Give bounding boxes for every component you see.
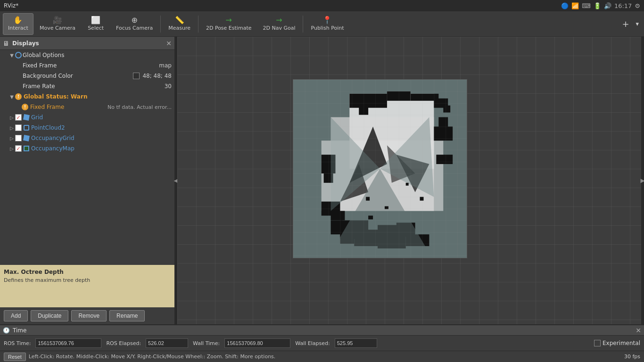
add-toolbar-btn[interactable]: +: [619, 18, 631, 30]
fixed-frame-item[interactable]: Fixed Frame map: [0, 60, 174, 71]
map-svg: [293, 80, 467, 258]
occupancy-grid-icon: [23, 135, 30, 141]
occupancy-grid-checkbox[interactable]: [15, 135, 22, 141]
experimental-checkbox[interactable]: [594, 340, 601, 346]
time-content: ROS Time: ROS Elapsed: Wall Time: Wall E…: [0, 336, 644, 351]
2d-pose-label: 2D Pose Estimate: [206, 25, 252, 31]
left-panel: 🖥 Displays ✕ ▼ Global Options Fixed Fram…: [0, 37, 174, 324]
2d-pose-button[interactable]: → 2D Pose Estimate: [201, 13, 257, 35]
remove-button[interactable]: Remove: [71, 310, 107, 321]
frame-rate-value: 30: [165, 83, 174, 90]
info-description: Defines the maximum tree depth: [4, 277, 171, 283]
occupancy-grid-arrow: ▷: [8, 136, 15, 141]
ff-status-value: No tf data. Actual error...: [107, 104, 174, 110]
time-close-button[interactable]: ✕: [636, 327, 641, 334]
settings-icon[interactable]: ⚙: [635, 2, 640, 9]
rename-button[interactable]: Rename: [109, 310, 145, 321]
network-icon: 🔵: [561, 2, 569, 9]
move-camera-button[interactable]: 🎥 Move Camera: [34, 13, 81, 35]
experimental-area: Experimental: [594, 340, 640, 346]
main-area: 🖥 Displays ✕ ▼ Global Options Fixed Fram…: [0, 37, 644, 324]
measure-button[interactable]: 📏 Measure: [163, 13, 196, 35]
occupancy-grid-label: OccupancyGrid: [29, 135, 174, 141]
displays-title: Displays: [12, 40, 39, 47]
select-button[interactable]: ⬜ Select: [82, 13, 110, 35]
2d-pose-icon: →: [226, 16, 232, 24]
grid-icon: [23, 114, 30, 121]
color-swatch[interactable]: [133, 73, 140, 79]
global-status-label: Global Status: Warn: [22, 93, 174, 100]
global-status-item[interactable]: ▼ ! Global Status: Warn: [0, 91, 174, 102]
experimental-label: Experimental: [603, 340, 640, 346]
publish-point-label: Publish Point: [311, 25, 344, 31]
move-camera-icon: 🎥: [53, 16, 62, 24]
global-status-warn-icon: !: [15, 93, 22, 100]
ros-elapsed-label: ROS Elapsed:: [106, 340, 141, 346]
grid-label: Grid: [29, 114, 174, 121]
displays-close-button[interactable]: ✕: [166, 40, 172, 47]
fixed-frame-status-item[interactable]: ! Fixed Frame No tf data. Actual error..…: [0, 102, 174, 112]
clock: 16:17: [614, 2, 632, 9]
viewport[interactable]: ▶: [177, 37, 644, 324]
wall-time-label: Wall Time:: [193, 340, 220, 346]
frame-rate-label: Frame Rate: [22, 83, 165, 90]
global-status-arrow: ▼: [8, 94, 15, 99]
app-title: RViz*: [4, 2, 18, 9]
minus-toolbar-btn[interactable]: ▾: [633, 19, 641, 28]
frame-rate-item[interactable]: Frame Rate 30: [0, 81, 174, 91]
global-options-icon: [15, 52, 22, 58]
background-color-item[interactable]: Background Color 48; 48; 48: [0, 71, 174, 81]
pointcloud2-item[interactable]: ▷ PointCloud2: [0, 123, 174, 133]
focus-camera-label: Focus Camera: [116, 25, 153, 31]
wall-time-input[interactable]: [224, 338, 290, 348]
duplicate-button[interactable]: Duplicate: [31, 310, 68, 321]
focus-camera-button[interactable]: ⊕ Focus Camera: [111, 13, 158, 35]
occupancy-grid-item[interactable]: ▷ OccupancyGrid: [0, 133, 174, 143]
titlebar-controls: 🔵 📶 ⌨ 🔋 🔊 16:17 ⚙: [561, 2, 640, 9]
global-options-label: Global Options: [22, 52, 174, 58]
right-resize-arrow-icon: ▶: [640, 177, 644, 184]
pointcloud2-checkbox[interactable]: [15, 124, 22, 131]
ff-status-label: Fixed Frame: [28, 104, 107, 110]
ros-time-input[interactable]: [35, 338, 101, 348]
occupancy-map-checkbox[interactable]: [15, 145, 22, 152]
occupancy-map-label: OccupancyMap: [29, 145, 174, 152]
2d-nav-button[interactable]: → 2D Nav Goal: [257, 13, 300, 35]
grid-arrow: ▷: [8, 115, 15, 120]
wifi-icon: 📶: [571, 2, 579, 9]
grid-item[interactable]: ▷ Grid: [0, 112, 174, 123]
info-title: Max. Octree Depth: [4, 269, 171, 275]
fixed-frame-value: map: [159, 62, 174, 69]
global-options-item[interactable]: ▼ Global Options: [0, 50, 174, 60]
measure-label: Measure: [168, 25, 190, 31]
add-button[interactable]: Add: [4, 310, 28, 321]
background-color-value: 48; 48; 48: [133, 73, 174, 80]
reset-button[interactable]: Reset: [4, 353, 26, 361]
interact-icon: ✋: [13, 16, 23, 24]
select-icon: ⬜: [91, 16, 100, 24]
map-visualization: [293, 79, 467, 258]
interact-button[interactable]: ✋ Interact: [3, 13, 33, 35]
pointcloud2-label: PointCloud2: [29, 124, 174, 131]
move-camera-label: Move Camera: [40, 25, 75, 31]
time-clock-icon: 🕐: [3, 327, 10, 334]
background-color-label: Background Color: [22, 73, 133, 79]
grid-checkbox[interactable]: [15, 114, 22, 121]
occupancy-map-arrow: ▷: [8, 146, 15, 151]
svg-rect-36: [293, 80, 467, 258]
time-panel: 🕐 Time ✕ ROS Time: ROS Elapsed: Wall Tim…: [0, 324, 644, 351]
right-resize-handle[interactable]: ▶: [641, 37, 644, 324]
wall-elapsed-input[interactable]: [335, 338, 377, 348]
publish-point-button[interactable]: 📍 Publish Point: [305, 13, 349, 35]
pointcloud2-arrow: ▷: [8, 125, 15, 131]
global-options-arrow: ▼: [8, 53, 15, 58]
ros-elapsed-input[interactable]: [146, 338, 188, 348]
fps-counter: 30 fps: [624, 354, 640, 360]
volume-icon: 🔊: [604, 2, 611, 9]
info-panel: Max. Octree Depth Defines the maximum tr…: [0, 265, 174, 307]
displays-tree: ▼ Global Options Fixed Frame map Backgro…: [0, 50, 174, 265]
toolbar-separator-2: [198, 16, 198, 33]
ff-status-warn-icon: !: [22, 104, 28, 110]
fixed-frame-label: Fixed Frame: [22, 62, 159, 69]
occupancy-map-item[interactable]: ▷ OccupancyMap: [0, 143, 174, 154]
